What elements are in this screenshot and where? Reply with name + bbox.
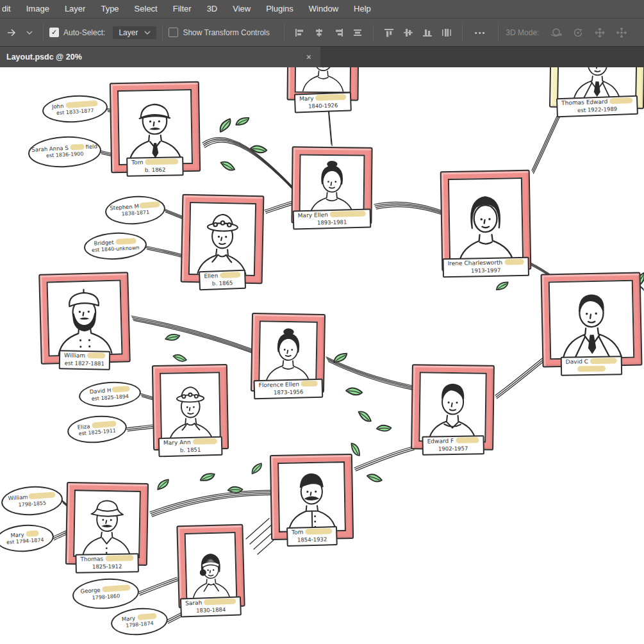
person-dates: 1830-1884 xyxy=(185,606,236,615)
3d-orbit-icon[interactable] xyxy=(545,24,567,41)
portrait-edward: Edward F 1902-1957 xyxy=(411,365,494,450)
name-plate: Mary Ann b. 1851 xyxy=(158,436,222,457)
move-tool-icon[interactable] xyxy=(3,26,22,40)
branch xyxy=(495,357,545,399)
person-dates: est 1827-1881 xyxy=(64,359,105,367)
menu-filter[interactable]: Filter xyxy=(165,0,199,18)
leaf-icon xyxy=(346,385,363,398)
menu-help[interactable]: Help xyxy=(346,0,379,18)
distribute-horizontal-centers-icon[interactable] xyxy=(437,26,456,40)
name-plate: Mary 1840-1926 xyxy=(294,92,352,113)
person-name: William xyxy=(64,352,85,359)
menu-3d[interactable]: 3D xyxy=(199,0,226,18)
person-dates: 1902-1957 xyxy=(427,445,479,452)
tool-preset-chevron-icon[interactable] xyxy=(22,28,37,37)
portrait-sarah: Sarah 1830-1884 xyxy=(178,525,244,607)
show-transform-checkbox[interactable] xyxy=(169,28,178,37)
branch xyxy=(138,577,178,595)
separator xyxy=(498,24,499,41)
name-plate: Tom 1854-1932 xyxy=(286,526,337,547)
menu-window[interactable]: Window xyxy=(301,0,346,18)
redacted-surname xyxy=(28,492,56,500)
redacted-surname xyxy=(193,438,217,445)
person-dates: 1854-1932 xyxy=(292,536,333,544)
3d-roll-icon[interactable] xyxy=(567,24,589,41)
menu-plugins[interactable]: Plugins xyxy=(258,0,301,18)
redacted-surname xyxy=(456,438,479,444)
menu-image[interactable]: Image xyxy=(19,0,57,18)
person-name: Tom xyxy=(131,160,143,166)
redacted-surname xyxy=(139,201,160,208)
portrait-tom-1862: Tom b. 1862 xyxy=(110,82,200,172)
redacted-surname xyxy=(204,599,236,606)
align-left-edges-icon[interactable] xyxy=(290,26,310,40)
3d-slide-icon[interactable] xyxy=(611,24,632,41)
branch xyxy=(145,246,183,258)
name-plate: William est 1827-1881 xyxy=(59,351,111,370)
name-plate: Irene Charlesworth 1913-1997 xyxy=(442,257,529,277)
portrait-mary-ellen: Mary Ellen 1893-1981 xyxy=(292,147,372,224)
align-bottom-edges-icon[interactable] xyxy=(418,26,437,40)
redacted-surname xyxy=(590,358,617,365)
branch xyxy=(326,357,415,390)
distribute-vertical-centers-icon[interactable] xyxy=(399,26,418,40)
person-dates: b. 1862 xyxy=(131,166,178,174)
more-options-button[interactable]: ••• xyxy=(468,29,493,37)
name-plate: Ellen b. 1865 xyxy=(199,270,246,290)
leaf-icon xyxy=(156,479,171,490)
person-dates: 1838-1871 xyxy=(121,210,149,219)
align-right-edges-icon[interactable] xyxy=(329,26,348,40)
menu-layer[interactable]: Layer xyxy=(57,0,94,18)
close-tab-icon[interactable]: × xyxy=(304,52,314,62)
person-name: Thomas xyxy=(80,556,103,563)
portrait-tom-1854: Tom 1854-1932 xyxy=(270,454,353,540)
family-tree-canvas[interactable]: Tom b. 1862 Mary 1840-1926 Thomas Edward… xyxy=(0,67,644,644)
auto-select-checkbox[interactable]: ✓ xyxy=(49,28,59,37)
name-plate: Tom b. 1862 xyxy=(126,156,184,176)
document-tab[interactable]: Layout.psdc @ 20% × xyxy=(0,47,320,67)
redacted-surname xyxy=(609,97,632,104)
menu-view[interactable]: View xyxy=(225,0,258,18)
align-vertical-centers-icon[interactable] xyxy=(348,26,367,40)
person-dates: 1798-1855 xyxy=(18,500,46,509)
person-dates: est 1922-1989 xyxy=(561,105,632,115)
separator xyxy=(373,24,374,41)
portrait-ellen: Ellen b. 1865 xyxy=(181,195,263,283)
leaf-icon xyxy=(333,352,349,362)
redacted-surname xyxy=(305,528,332,534)
redacted-surname xyxy=(111,386,130,393)
name-plate: David C xyxy=(561,356,623,376)
name-plate: Edward F 1902-1957 xyxy=(422,435,484,455)
person-name: Mary xyxy=(299,95,314,103)
align-horizontal-centers-icon[interactable] xyxy=(310,26,329,40)
person-name: Edward F xyxy=(427,438,454,445)
person-dates: 1798-1860 xyxy=(92,593,120,602)
portrait-david-right: David C xyxy=(541,273,641,367)
branch xyxy=(131,316,255,354)
leaf-icon xyxy=(217,118,234,132)
3d-drag-icon[interactable] xyxy=(589,24,611,41)
leaf-icon xyxy=(367,471,382,484)
auto-select-target-dropdown[interactable]: Layer xyxy=(113,26,156,39)
leaf-icon xyxy=(200,474,215,481)
align-top-edges-icon[interactable] xyxy=(379,26,399,40)
redacted-surname xyxy=(504,259,524,265)
leaf-icon xyxy=(165,334,179,341)
person-name: Mary xyxy=(10,531,24,538)
redacted-surname xyxy=(301,381,317,387)
3d-mode-label: 3D Mode: xyxy=(506,28,539,37)
menu-select[interactable]: Select xyxy=(127,0,165,18)
person-name: William xyxy=(8,494,28,502)
person-dates: 1893-1981 xyxy=(298,219,366,227)
person-name-suffix: field xyxy=(85,143,97,150)
menu-type[interactable]: Type xyxy=(93,0,126,18)
leaf-icon xyxy=(358,409,372,424)
person-name: David H xyxy=(89,387,111,395)
person-name: Mary Ellen xyxy=(298,211,328,219)
branch xyxy=(354,447,414,471)
redacted-surname xyxy=(105,556,133,562)
branch xyxy=(126,425,154,431)
redacted-surname xyxy=(145,159,178,165)
picture-frame xyxy=(540,272,642,367)
menu-edit-partial[interactable]: dit xyxy=(0,0,19,18)
